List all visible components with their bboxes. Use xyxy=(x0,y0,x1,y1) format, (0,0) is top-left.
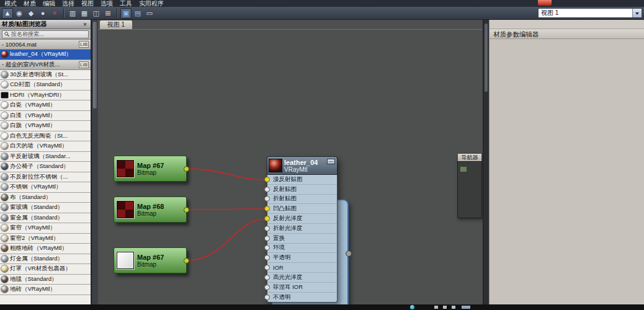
material-slot-row[interactable]: 反射光泽度 xyxy=(267,214,337,224)
bitmap-node-1[interactable]: Map #67 Bitmap xyxy=(114,156,187,182)
browser-item[interactable]: leather_04（VRayMtl） xyxy=(0,50,91,60)
browser-item[interactable]: 白色无反光陶瓷（St... xyxy=(0,131,91,142)
browser-item[interactable]: CD封面（Standard） xyxy=(0,80,91,91)
material-slot-row[interactable]: 置换 xyxy=(267,234,337,244)
input-socket[interactable] xyxy=(264,226,270,231)
input-socket[interactable] xyxy=(264,206,270,211)
input-socket[interactable] xyxy=(264,265,270,270)
taskbar-icon-2[interactable] xyxy=(443,306,447,309)
output-socket[interactable] xyxy=(184,258,189,264)
taskbar-icon-3[interactable] xyxy=(452,306,455,309)
input-socket[interactable] xyxy=(264,285,270,290)
input-socket[interactable] xyxy=(264,255,270,260)
browser-item[interactable]: 灯罩（VR材质包裹器） xyxy=(0,264,91,275)
browser-scrollbar-handle[interactable] xyxy=(93,22,97,108)
bitmap-node-2[interactable]: Map #68 Bitmap xyxy=(114,197,187,223)
browser-item[interactable]: 灯金属（Standard） xyxy=(0,254,91,265)
minimize-icon[interactable]: — xyxy=(327,159,335,164)
browser-item[interactable]: HDRI（VRayHDRI） xyxy=(0,91,91,101)
material-slot-row[interactable]: 漫反射贴图 xyxy=(267,175,337,185)
navigator-preview[interactable] xyxy=(457,161,482,218)
move-children-icon[interactable]: ▥ xyxy=(67,8,78,19)
input-socket[interactable] xyxy=(264,275,270,280)
browser-item[interactable]: 白漆（VRayMtl） xyxy=(0,111,91,122)
material-slot-row[interactable]: 反射贴图 xyxy=(267,185,337,195)
input-socket[interactable] xyxy=(264,177,270,182)
material-slot-row[interactable]: 折射贴图 xyxy=(267,195,337,205)
output-socket[interactable] xyxy=(184,166,189,172)
material-slot-row[interactable]: 折射光泽度 xyxy=(267,224,337,234)
material-node-leather04[interactable]: leather_04 VRayMtl — 漫反射贴图反射贴图折射贴图凹凸贴图反射… xyxy=(267,156,338,303)
menu-item-3[interactable]: 选择 xyxy=(60,1,79,7)
browser-item[interactable]: 窗玻璃（Standard） xyxy=(0,203,91,213)
browser-item[interactable]: 布（Standard） xyxy=(0,193,91,203)
eyedropper-icon[interactable]: ◆ xyxy=(25,8,37,19)
input-socket[interactable] xyxy=(264,245,270,250)
material-slot-row[interactable]: 不透明 xyxy=(267,293,337,303)
select-tool-icon[interactable]: ▲ xyxy=(2,8,13,19)
messenger-icon[interactable] xyxy=(410,305,414,309)
output-socket[interactable] xyxy=(184,207,189,213)
material-slot-row[interactable]: 环境 xyxy=(267,244,337,254)
browser-scrollbar[interactable] xyxy=(91,20,98,304)
input-socket[interactable] xyxy=(264,216,270,221)
browser-group-header[interactable]: - 100064.matLIB xyxy=(0,40,91,50)
browser-item[interactable]: 半反射玻璃（Standar... xyxy=(0,152,91,162)
browser-group-header[interactable]: - 超全的室内VR材质...LIB xyxy=(0,60,91,70)
delete-selected-icon[interactable]: × xyxy=(49,8,60,19)
browser-item[interactable]: 窗金属（Standard） xyxy=(0,213,91,224)
material-slot-row[interactable]: 凹凸贴图 xyxy=(267,204,337,214)
browser-item[interactable]: 30反射透明玻璃（St... xyxy=(0,70,91,81)
menu-item-4[interactable]: 视图 xyxy=(79,1,98,7)
layout-all-icon[interactable]: ◫ xyxy=(91,8,102,19)
input-socket[interactable] xyxy=(264,294,270,300)
material-slot-row[interactable]: IOR xyxy=(267,263,337,273)
viewport-selector[interactable]: 视图 1 xyxy=(538,8,642,18)
menu-item-5[interactable]: 选项 xyxy=(98,1,117,7)
node-view-scrollbar-handle[interactable] xyxy=(485,24,488,92)
material-slot-row[interactable]: 高光光泽度 xyxy=(267,273,337,283)
menu-item-6[interactable]: 工具 xyxy=(117,1,136,7)
browser-item[interactable]: 地毯（Standard） xyxy=(0,275,91,285)
browser-item[interactable]: 粗糙地砖（VRayMtl） xyxy=(0,244,91,254)
browser-item[interactable]: 白旗（VRayMtl） xyxy=(0,121,91,131)
browser-item[interactable]: 窗帘（VRayMtl） xyxy=(0,223,91,234)
node-editor-canvas[interactable]: 视图 1 Map #67 Bitmap Map #68 Bitmap Map #… xyxy=(98,20,483,304)
browser-panel-titlebar[interactable]: 材质/贴图浏览器 × xyxy=(0,20,91,29)
browser-item[interactable]: 白瓷（VRayMtl） xyxy=(0,100,91,111)
close-icon[interactable]: × xyxy=(81,21,89,27)
assign-material-to-selection-icon[interactable]: ● xyxy=(37,8,48,19)
menu-item-1[interactable]: 材质 xyxy=(21,1,40,7)
bitmap-node-3[interactable]: Map #67 Bitmap xyxy=(114,247,187,273)
options-icon[interactable]: ▭ xyxy=(144,8,155,19)
material-id-channel-icon[interactable]: ▣ xyxy=(120,8,132,19)
browser-item[interactable]: 窗帘2（VRayMtl） xyxy=(0,234,91,244)
chevron-down-icon[interactable] xyxy=(632,9,642,17)
titlebar-red-button[interactable] xyxy=(538,0,552,6)
show-background-icon[interactable]: ▤ xyxy=(132,8,143,19)
input-socket[interactable] xyxy=(264,196,270,202)
taskbar-icon-4[interactable] xyxy=(462,306,470,309)
menu-item-2[interactable]: 编辑 xyxy=(40,1,60,7)
tab-view1[interactable]: 视图 1 xyxy=(99,20,133,29)
pick-material-from-object-icon[interactable]: ◉ xyxy=(14,8,25,19)
search-input[interactable]: 按名称搜索... xyxy=(2,30,89,38)
navigator-panel[interactable]: 导航器 xyxy=(457,153,482,218)
browser-item[interactable]: 不锈钢（VRayMtl） xyxy=(0,182,91,193)
input-socket[interactable] xyxy=(264,236,270,241)
hide-unused-nodeslots-icon[interactable]: ▦ xyxy=(79,8,90,19)
material-slot-row[interactable]: 菲涅耳 IOR xyxy=(267,283,337,293)
material-output-socket[interactable] xyxy=(346,250,352,257)
input-socket[interactable] xyxy=(264,187,270,192)
browser-item[interactable]: 不反射拉丝不锈钢（... xyxy=(0,172,91,183)
menu-item-0[interactable]: 模式 xyxy=(2,1,21,7)
layout-children-icon[interactable]: ⊞ xyxy=(102,8,114,19)
material-slot-row[interactable]: 半透明 xyxy=(267,253,337,263)
browser-item[interactable]: 白天的墙（VRayMtl） xyxy=(0,141,91,152)
node-view-scrollbar[interactable] xyxy=(483,20,489,304)
taskbar-icon-1[interactable] xyxy=(434,306,438,309)
browser-item[interactable]: 办公椅子（Standard） xyxy=(0,162,91,172)
material-node-header[interactable]: leather_04 VRayMtl — xyxy=(267,156,338,175)
navigator-title[interactable]: 导航器 xyxy=(457,153,482,161)
browser-item[interactable]: 地砖（VRayMtl） xyxy=(0,285,91,295)
